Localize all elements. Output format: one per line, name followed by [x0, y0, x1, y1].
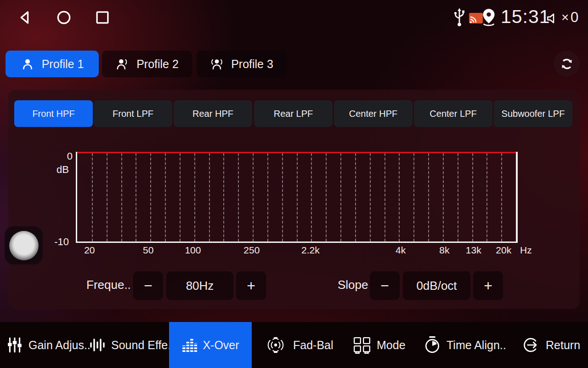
plot-gridline	[253, 153, 254, 242]
profile-tab-label: Profile 2	[136, 58, 179, 71]
filter-tab-label: Subwoofer LPF	[502, 109, 565, 119]
filter-tab-rear-hpf[interactable]: Rear HPF	[174, 100, 252, 127]
nav-item-gain-adjus[interactable]: Gain Adjus..	[4, 322, 93, 368]
person-icon	[21, 57, 34, 71]
frequency-label: Freque..	[86, 278, 131, 292]
y-axis-label: dB	[48, 164, 69, 176]
nav-item-label: Return	[546, 339, 580, 352]
x-axis-tick-8k: 8k	[439, 245, 449, 256]
app-root: { "colors": { "accent_blue": "#1065f0", …	[0, 0, 588, 368]
location-icon	[481, 8, 497, 27]
floating-assistive-button[interactable]	[5, 226, 43, 264]
person-wave-both-icon	[210, 57, 224, 71]
filter-tab-label: Rear LPF	[274, 109, 313, 119]
x-axis-unit: Hz	[520, 245, 532, 256]
return-arrow-icon	[522, 336, 540, 354]
plot-gridline	[326, 153, 327, 242]
recents-icon	[94, 9, 111, 26]
plot-gridline	[223, 153, 224, 242]
plot-gridline	[384, 153, 385, 242]
clock: 15:31	[501, 6, 550, 28]
profile-tab-1[interactable]: Profile 1	[6, 51, 99, 77]
status-bar: 15:31 × 0	[0, 0, 588, 34]
filter-tab-rear-lpf[interactable]: Rear LPF	[254, 100, 333, 127]
plot-gridline	[267, 153, 268, 242]
volume-muted-icon[interactable]	[545, 11, 560, 26]
plot-gridline	[413, 153, 414, 242]
profile-tab-label: Profile 3	[231, 58, 273, 71]
x-axis-tick-13k: 13k	[466, 245, 481, 256]
profile-tab-3[interactable]: Profile 3	[197, 51, 287, 77]
back-button[interactable]	[16, 8, 35, 27]
plot-gridline	[399, 153, 400, 242]
sound-effect-bars-icon	[89, 336, 106, 354]
nav-item-return[interactable]: Return	[518, 322, 584, 368]
plot-gridline	[92, 153, 93, 242]
nav-item-time-align[interactable]: Time Align..	[420, 322, 510, 368]
nav-item-fad-bal[interactable]: Fad-Bal	[260, 322, 337, 368]
bottom-nav: Gain Adjus..Sound Effe..X-OverFad-BalMod…	[0, 322, 588, 368]
plot-gridline	[282, 153, 283, 242]
frequency-response-plot[interactable]	[76, 152, 518, 243]
profile-tab-2[interactable]: Profile 2	[102, 51, 192, 77]
filter-tab-label: Front HPF	[32, 109, 74, 119]
filter-tab-center-hpf[interactable]: Center HPF	[334, 100, 413, 127]
filter-tab-subwoofer-lpf[interactable]: Subwoofer LPF	[494, 100, 572, 127]
filter-tab-label: Rear HPF	[192, 109, 233, 119]
filter-tab-front-hpf[interactable]: Front HPF	[14, 100, 93, 127]
filter-tab-label: Center LPF	[430, 109, 476, 119]
nav-item-sound-effe[interactable]: Sound Effe..	[86, 322, 177, 368]
nav-item-mode[interactable]: Mode	[349, 322, 409, 368]
x-axis-tick-250: 250	[243, 245, 260, 256]
filter-tab-center-lpf[interactable]: Center LPF	[414, 100, 492, 127]
plot-gridline	[472, 153, 473, 242]
frequency-plus-button[interactable]: +	[236, 271, 266, 300]
slope-label: Slope	[338, 278, 368, 292]
slope-minus-button[interactable]: −	[370, 271, 400, 300]
nav-item-label: Sound Effe..	[111, 339, 174, 352]
usb-icon	[451, 7, 468, 28]
plot-gridline	[165, 153, 166, 242]
plot-gridline	[370, 153, 371, 242]
refresh-button[interactable]	[554, 51, 580, 77]
x-axis-tick-4k: 4k	[396, 245, 406, 256]
equalizer-columns-icon	[181, 336, 197, 354]
plot-gridline	[209, 153, 210, 242]
plot-gridline	[311, 153, 312, 242]
filter-tab-label: Front LPF	[113, 109, 153, 119]
fader-balance-icon	[264, 336, 288, 354]
filter-tab-label: Center HPF	[349, 109, 398, 119]
person-wave-right-icon	[115, 57, 129, 71]
plot-gridline	[340, 153, 341, 242]
recents-button[interactable]	[93, 8, 112, 27]
nav-item-label: Time Align..	[447, 339, 506, 352]
profile-tab-label: Profile 1	[42, 58, 84, 71]
plot-gridline	[486, 153, 487, 242]
x-axis-tick-20: 20	[84, 245, 95, 256]
plot-gridline	[121, 153, 122, 242]
speaker-grid-icon	[353, 336, 371, 354]
plot-gridline	[136, 153, 136, 242]
volume-muted-x: ×	[561, 10, 569, 25]
x-axis-tick-100: 100	[185, 245, 201, 256]
plot-gridline	[501, 153, 502, 242]
plot-gridline	[355, 153, 356, 242]
frequency-minus-button[interactable]: −	[133, 271, 163, 300]
plot-gridline	[428, 153, 429, 242]
x-axis-tick-2.2k: 2.2k	[301, 245, 320, 256]
gain-sliders-icon	[6, 336, 23, 354]
y-axis-tick-0: 0	[52, 150, 73, 162]
plot-gridline	[297, 153, 298, 242]
slope-plus-button[interactable]: +	[473, 271, 503, 300]
home-icon	[55, 9, 73, 26]
x-axis-tick-50: 50	[143, 245, 153, 256]
plot-gridline	[194, 153, 195, 242]
refresh-icon	[559, 56, 575, 72]
filter-tab-front-lpf[interactable]: Front LPF	[94, 100, 172, 127]
slope-value: 0dB/oct	[403, 271, 470, 300]
volume-level: 0	[571, 9, 578, 26]
frequency-value: 80Hz	[166, 271, 233, 300]
home-button[interactable]	[54, 8, 74, 27]
nav-item-x-over[interactable]: X-Over	[169, 322, 252, 368]
nav-item-label: Fad-Bal	[293, 339, 334, 352]
